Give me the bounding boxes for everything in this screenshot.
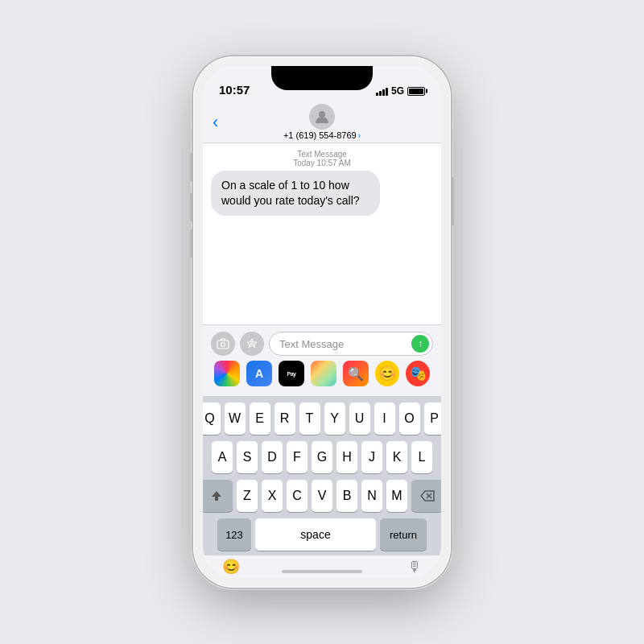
key-b[interactable]: B [336, 480, 357, 512]
keyboard-row-1: Q W E R T Y U I O P [206, 402, 438, 435]
svg-text:A: A [255, 367, 263, 380]
svg-point-0 [319, 111, 325, 118]
key-y[interactable]: Y [324, 402, 345, 435]
key-j[interactable]: J [361, 441, 382, 473]
key-c[interactable]: C [287, 480, 308, 512]
key-z[interactable]: Z [237, 480, 258, 512]
search-app-icon[interactable]: 🔍 [343, 361, 369, 386]
delete-icon [420, 490, 435, 502]
keyboard-row-2: A S D F G H J K L [206, 441, 438, 473]
key-e[interactable]: E [250, 402, 270, 435]
emoji-button[interactable]: 😊 [222, 558, 240, 576]
key-p[interactable]: P [424, 402, 442, 435]
text-input-wrapper[interactable]: Text Message ↑ [269, 332, 433, 356]
signal-bars-icon [376, 86, 388, 96]
sticker-app-icon[interactable]: 🎭 [406, 361, 430, 386]
key-r[interactable]: R [275, 402, 295, 435]
bottom-bar: 😊 🎙 [203, 555, 441, 578]
key-h[interactable]: H [336, 441, 357, 473]
svg-text:A: A [250, 340, 255, 348]
key-v[interactable]: V [312, 480, 332, 512]
send-arrow-icon: ↑ [418, 338, 423, 349]
battery-icon [407, 87, 425, 96]
contact-name[interactable]: +1 (619) 554-8769 › [283, 130, 361, 140]
home-indicator [282, 570, 362, 573]
photos-app-icon[interactable] [214, 361, 240, 386]
svg-point-2 [221, 343, 225, 347]
phone-screen: 10:57 5G ‹ [203, 66, 441, 578]
delete-key[interactable] [411, 480, 441, 512]
nav-bar: ‹ +1 (619) 554-8769 › [203, 101, 441, 143]
shift-icon [210, 489, 223, 502]
notch [271, 66, 373, 90]
input-row: A Text Message ↑ [211, 332, 433, 356]
camera-button[interactable] [211, 332, 235, 356]
key-s[interactable]: S [237, 441, 258, 473]
key-w[interactable]: W [225, 402, 246, 435]
message-meta: Text Message Today 10:57 AM [211, 150, 433, 167]
appstore-icon: A [246, 338, 258, 349]
message-bubble: On a scale of 1 to 10 how would you rate… [211, 171, 380, 216]
applepay-icon[interactable]: Pay [279, 361, 304, 386]
text-input-placeholder: Text Message [279, 338, 344, 350]
appstore-a-icon: A [252, 366, 266, 381]
appstore-button[interactable]: A [240, 332, 264, 356]
input-area: A Text Message ↑ [203, 324, 441, 396]
keyboard-row-4: 123 space return [206, 518, 438, 551]
key-q[interactable]: Q [203, 402, 221, 435]
appstore-app-icon[interactable]: A [246, 361, 272, 386]
key-g[interactable]: G [312, 441, 332, 473]
messages-area: Text Message Today 10:57 AM On a scale o… [203, 143, 441, 324]
key-k[interactable]: K [386, 441, 407, 473]
key-m[interactable]: M [386, 480, 407, 512]
key-f[interactable]: F [287, 441, 308, 473]
camera-icon [217, 338, 229, 349]
key-a[interactable]: A [212, 441, 233, 473]
space-key[interactable]: space [255, 518, 376, 551]
key-o[interactable]: O [399, 402, 420, 435]
shift-key[interactable] [203, 480, 233, 512]
key-n[interactable]: N [361, 480, 382, 512]
dictation-button[interactable]: 🎙 [407, 559, 422, 576]
apps-strip: A Pay 🔍 😊 🎭 [211, 356, 433, 390]
contact-chevron-icon: › [358, 131, 361, 140]
status-icons: 5G [376, 85, 425, 97]
memoji-app-icon[interactable]: 😊 [375, 361, 399, 386]
key-l[interactable]: L [411, 441, 432, 473]
person-icon [314, 109, 330, 125]
back-button[interactable]: ‹ [213, 112, 218, 133]
rainbow-app-icon[interactable] [311, 361, 336, 386]
key-i[interactable]: I [374, 402, 395, 435]
key-d[interactable]: D [262, 441, 283, 473]
return-key[interactable]: return [380, 518, 427, 551]
send-button[interactable]: ↑ [411, 335, 429, 353]
key-t[interactable]: T [299, 402, 320, 435]
status-time: 10:57 [219, 83, 250, 97]
keyboard: Q W E R T Y U I O P A S D F G H J K [203, 396, 441, 555]
key-u[interactable]: U [349, 402, 370, 435]
key-x[interactable]: X [262, 480, 283, 512]
network-label: 5G [391, 85, 404, 97]
svg-rect-1 [217, 341, 229, 349]
contact-avatar [309, 104, 335, 130]
keyboard-row-3: Z X C V B N M [206, 480, 438, 512]
phone-device: 10:57 5G ‹ [193, 56, 451, 588]
numbers-key[interactable]: 123 [217, 518, 251, 551]
